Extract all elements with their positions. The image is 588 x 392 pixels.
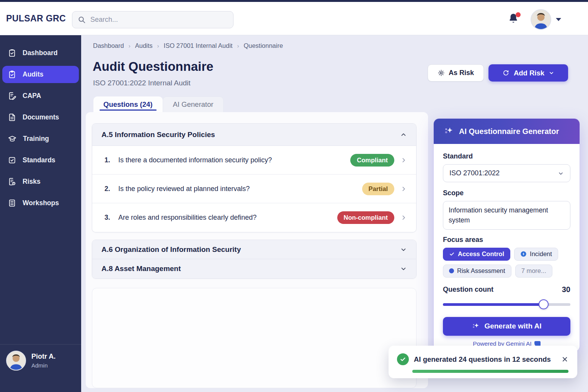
question-count-label: Question count	[443, 286, 493, 294]
chip-more[interactable]: 7 more...	[515, 265, 552, 278]
sidebar-item-capa[interactable]: CAPA	[2, 87, 79, 105]
sidebar-item-risks[interactable]: Risks	[2, 173, 79, 190]
sidebar-item-label: Standards	[23, 156, 56, 164]
generate-with-ai-button[interactable]: Generate with AI	[443, 317, 570, 336]
sidebar-item-label: Audits	[23, 70, 43, 78]
ai-generator-panel: AI Questionnaire Generator Standard ISO …	[434, 119, 580, 351]
sidebar-item-workshops[interactable]: Workshops	[2, 194, 79, 212]
sidebar-item-label: Dashboard	[23, 49, 57, 57]
topbar: PULSAR GRC	[0, 2, 588, 35]
question-number: 2.	[105, 185, 118, 193]
clipboard-check-icon	[8, 70, 16, 79]
section-header-a8[interactable]: A.8 Asset Management	[92, 259, 416, 278]
question-row-3[interactable]: 3. Are roles and responsibilities clearl…	[92, 203, 416, 232]
question-count-slider[interactable]	[443, 299, 570, 309]
active-tab-underline	[100, 109, 157, 111]
chevron-down-icon	[400, 246, 407, 253]
search-input[interactable]	[90, 16, 228, 24]
question-text: Are roles and responsibilities clearly d…	[118, 214, 337, 222]
checkbox-icon	[8, 156, 16, 165]
breadcrumb-questionnaire[interactable]: Questionnaire	[243, 42, 283, 49]
scope-label: Scope	[443, 189, 570, 197]
toast-message: AI generated 24 questions in 12 seconds	[414, 355, 551, 364]
sidebar-user[interactable]: Piotr A. Admin	[0, 344, 81, 377]
sidebar-item-documents[interactable]: Documents	[2, 109, 79, 126]
sidebar-item-label: CAPA	[23, 92, 41, 100]
chip-label: Access Control	[458, 250, 504, 258]
status-badge: Partial	[362, 183, 394, 195]
chip-access-control[interactable]: Access Control	[443, 248, 510, 261]
close-icon[interactable]	[560, 354, 570, 364]
sidebar-item-standards[interactable]: Standards	[2, 152, 79, 169]
success-toast: AI generated 24 questions in 12 seconds	[389, 346, 577, 378]
page-title: Audit Questionnaire	[93, 59, 213, 74]
chip-label: Risk Assessment	[457, 267, 505, 274]
sidebar: Dashboard Audits CAPA D	[0, 35, 81, 392]
document-risk-icon	[8, 177, 16, 186]
sidebar-user-avatar	[6, 351, 26, 371]
chevron-right-icon[interactable]	[400, 214, 407, 221]
sparkles-icon	[472, 322, 480, 330]
sidebar-item-dashboard[interactable]: Dashboard	[2, 44, 79, 62]
question-row-2[interactable]: 2. Is the policy reviewed at planned int…	[92, 175, 416, 203]
slider-thumb[interactable]	[539, 299, 549, 309]
chevron-up-icon	[400, 131, 407, 138]
tab-questions[interactable]: Questions (24)	[93, 96, 163, 112]
scope-textarea[interactable]: Information security management system	[443, 201, 570, 230]
question-number: 1.	[105, 156, 118, 164]
section-title: A.6 Organization of Information Security	[101, 245, 241, 254]
app-logo: PULSAR GRC	[6, 13, 66, 24]
as-risk-label: As Risk	[449, 69, 474, 77]
section-card-a5: A.5 Information Security Policies 1. Is …	[92, 123, 416, 232]
clipboard-check-icon	[8, 49, 16, 57]
breadcrumb-dashboard[interactable]: Dashboard	[93, 42, 124, 49]
tab-questions-label: Questions (24)	[103, 100, 153, 109]
chevron-down-icon	[400, 265, 407, 272]
toast-progress-bar	[412, 370, 568, 373]
ai-panel-header: AI Questionnaire Generator	[434, 119, 580, 144]
section-title: A.8 Asset Management	[101, 265, 181, 273]
search-box[interactable]	[72, 11, 234, 28]
sidebar-user-role: Admin	[31, 362, 56, 369]
generate-label: Generate with AI	[484, 322, 541, 330]
section-title: A.5 Information Security Policies	[101, 131, 215, 139]
breadcrumb-separator-icon: ›	[129, 42, 131, 49]
search-icon	[78, 16, 86, 24]
standard-value: ISO 27001:2022	[449, 169, 500, 177]
incident-icon	[520, 251, 527, 257]
chevron-right-icon[interactable]	[400, 157, 407, 163]
standard-label: Standard	[443, 152, 570, 160]
chevron-right-icon[interactable]	[400, 186, 407, 192]
sidebar-item-label: Training	[23, 135, 49, 143]
question-row-1[interactable]: 1. Is there a documented information sec…	[92, 146, 416, 175]
status-badge: Compliant	[350, 154, 394, 167]
sidebar-item-audits[interactable]: Audits	[2, 66, 79, 83]
list-document-icon	[8, 199, 16, 207]
sidebar-item-training[interactable]: Training	[2, 130, 79, 147]
notification-badge	[516, 12, 521, 17]
section-header-a5[interactable]: A.5 Information Security Policies	[92, 124, 416, 146]
focus-area-chips: Access Control Incident Risk Assessment …	[443, 248, 570, 278]
success-check-icon	[397, 353, 409, 365]
breadcrumb-audits[interactable]: Audits	[135, 42, 153, 49]
document-edit-icon	[8, 91, 16, 100]
graduation-cap-icon	[8, 134, 17, 143]
chip-risk-assessment[interactable]: Risk Assessment	[443, 265, 511, 278]
notifications-button[interactable]	[508, 13, 520, 26]
breadcrumb-audit-name[interactable]: ISO 27001 Internal Audit	[164, 42, 233, 49]
chip-incident[interactable]: Incident	[514, 248, 558, 261]
breadcrumb-separator-icon: ›	[157, 42, 159, 49]
page-subtitle: ISO 27001:2022 Internal Audit	[93, 79, 191, 87]
question-text: Is the policy reviewed at planned interv…	[118, 185, 362, 193]
standard-select[interactable]: ISO 27001:2022	[443, 164, 570, 182]
breadcrumb: Dashboard › Audits › ISO 27001 Internal …	[93, 42, 283, 49]
tab-ai-generator[interactable]: AI Generator	[163, 96, 224, 112]
as-risk-button[interactable]: As Risk	[428, 64, 484, 82]
add-risk-button[interactable]: Add Risk	[488, 64, 568, 82]
section-header-a6[interactable]: A.6 Organization of Information Security	[92, 240, 416, 259]
user-avatar[interactable]	[531, 9, 551, 30]
account-menu-caret[interactable]	[556, 18, 561, 21]
sidebar-item-label: Documents	[23, 113, 59, 121]
collapsed-sections-card: A.6 Organization of Information Security…	[92, 240, 416, 279]
refresh-shield-icon	[502, 69, 510, 77]
